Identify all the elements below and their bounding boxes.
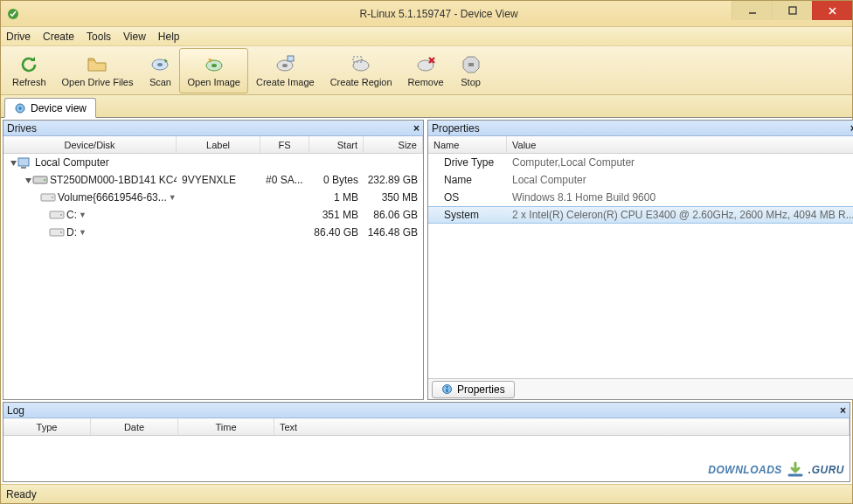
svg-point-20 — [19, 107, 22, 109]
log-title-text: Log — [7, 404, 24, 417]
refresh-label: Refresh — [12, 77, 46, 87]
hdd-icon — [32, 175, 46, 185]
properties-bottom-tabs: Properties — [428, 378, 853, 399]
col-device[interactable]: Device/Disk — [3, 136, 177, 153]
device-name: Local Computer — [35, 156, 109, 169]
log-close-icon[interactable]: × — [840, 404, 846, 417]
col-label[interactable]: Label — [177, 136, 260, 153]
create-region-icon — [350, 53, 372, 76]
maximize-button[interactable] — [772, 1, 812, 20]
svg-point-8 — [212, 64, 217, 67]
scan-button[interactable]: Scan — [141, 48, 179, 93]
toolbar: RefreshOpen Drive FilesScanOpen ImageCre… — [1, 46, 852, 95]
property-row[interactable]: System2 x Intel(R) Celeron(R) CPU E3400 … — [428, 206, 853, 224]
cell-device: Local Computer — [3, 156, 177, 169]
menu-view[interactable]: View — [123, 31, 146, 43]
vol-icon — [49, 210, 63, 220]
cell-device: C:▼ — [3, 209, 177, 221]
open-image-button[interactable]: Open Image — [179, 48, 248, 93]
cell-label: 9VYENXLE — [177, 174, 260, 186]
prop-value: Computer,Local Computer — [507, 156, 853, 169]
svg-rect-33 — [447, 389, 448, 392]
status-bar: Ready — [1, 484, 852, 503]
main-area: Drives × Device/Disk Label FS Start Size… — [1, 118, 852, 402]
svg-point-24 — [44, 179, 45, 181]
remove-icon — [414, 53, 437, 76]
properties-title-text: Properties — [432, 122, 480, 135]
tab-device-view[interactable]: Device view — [4, 98, 96, 118]
watermark-a: DOWNLOADS — [708, 464, 782, 476]
drive-row[interactable]: C:▼351 MB86.06 GB — [3, 206, 423, 224]
refresh-button[interactable]: Refresh — [4, 48, 54, 93]
drive-row[interactable]: Volume{66619546-63...▼1 MB350 MB — [3, 189, 423, 206]
tab-properties[interactable]: Properties — [432, 381, 515, 398]
dropdown-icon[interactable]: ▼ — [79, 228, 87, 237]
menu-create[interactable]: Create — [43, 31, 74, 43]
drives-title-text: Drives — [7, 122, 37, 135]
minimize-button[interactable] — [732, 1, 772, 20]
cell-start: 0 Bytes — [309, 174, 364, 186]
window-controls — [732, 1, 852, 20]
cell-device: Volume{66619546-63...▼ — [3, 191, 177, 204]
property-row[interactable]: NameLocal Computer — [428, 171, 853, 189]
device-name: Volume{66619546-63... — [58, 191, 167, 204]
tree-caret-icon[interactable] — [9, 159, 17, 167]
device-name: ST250DM000-1BD141 KC44 — [50, 174, 177, 186]
prop-value: Windows 8.1 Home Build 9600 — [507, 191, 853, 204]
open-drive-files-label: Open Drive Files — [62, 77, 134, 87]
col-log-type[interactable]: Type — [3, 418, 91, 435]
col-log-time[interactable]: Time — [178, 418, 274, 435]
svg-rect-32 — [447, 386, 448, 388]
col-prop-value[interactable]: Value — [507, 136, 853, 153]
create-image-button[interactable]: Create Image — [248, 48, 322, 93]
app-icon — [6, 7, 20, 21]
svg-point-28 — [60, 214, 62, 216]
drives-tree[interactable]: Local ComputerST250DM000-1BD141 KC44▼9VY… — [3, 154, 423, 399]
prop-value: Local Computer — [507, 174, 853, 186]
cell-fs: #0 SA... — [260, 174, 309, 186]
cell-start: 351 MB — [309, 209, 364, 221]
dropdown-icon[interactable]: ▼ — [169, 193, 177, 202]
drives-close-icon[interactable]: × — [413, 122, 420, 135]
computer-icon — [17, 157, 31, 168]
drive-row[interactable]: D:▼86.40 GB146.48 GB — [3, 224, 423, 241]
properties-tab-label: Properties — [457, 383, 505, 396]
open-drive-files-button[interactable]: Open Drive Files — [54, 48, 142, 93]
col-start[interactable]: Start — [309, 136, 364, 153]
window-title: R-Linux 5.1.159747 - Device View — [25, 8, 852, 20]
stop-button[interactable]: Stop — [452, 48, 490, 93]
create-region-button[interactable]: Create Region — [322, 48, 400, 93]
drive-row[interactable]: ST250DM000-1BD141 KC44▼9VYENXLE#0 SA...0… — [3, 171, 423, 189]
properties-close-icon[interactable]: × — [850, 122, 853, 135]
col-log-text[interactable]: Text — [274, 418, 850, 435]
menu-drive[interactable]: Drive — [6, 31, 31, 43]
scan-label: Scan — [149, 77, 171, 87]
svg-point-10 — [282, 64, 288, 67]
remove-button[interactable]: Remove — [400, 48, 452, 93]
stop-icon — [460, 53, 482, 76]
create-region-label: Create Region — [330, 77, 392, 87]
properties-list[interactable]: Drive TypeComputer,Local ComputerNameLoc… — [428, 154, 853, 378]
watermark: DOWNLOADS .GURU — [708, 460, 844, 480]
menubar: Drive Create Tools View Help — [1, 27, 852, 46]
menu-help[interactable]: Help — [158, 31, 180, 43]
drive-row[interactable]: Local Computer — [3, 154, 423, 171]
properties-columns: Name Value — [428, 136, 853, 154]
download-icon — [786, 460, 805, 480]
property-row[interactable]: OSWindows 8.1 Home Build 9600 — [428, 189, 853, 206]
prop-name: System — [428, 209, 507, 221]
col-log-date[interactable]: Date — [91, 418, 178, 435]
drives-panel-title: Drives × — [3, 121, 423, 136]
col-fs[interactable]: FS — [260, 136, 309, 153]
drives-columns: Device/Disk Label FS Start Size — [3, 136, 423, 154]
svg-rect-2 — [789, 7, 796, 14]
dropdown-icon[interactable]: ▼ — [79, 211, 87, 219]
tree-caret-icon[interactable] — [24, 176, 32, 184]
prop-name: Name — [428, 174, 507, 186]
col-prop-name[interactable]: Name — [428, 136, 507, 153]
cell-size: 232.89 GB — [364, 174, 423, 186]
menu-tools[interactable]: Tools — [87, 31, 111, 43]
col-size[interactable]: Size — [364, 136, 423, 153]
close-button[interactable] — [812, 1, 852, 20]
property-row[interactable]: Drive TypeComputer,Local Computer — [428, 154, 853, 171]
